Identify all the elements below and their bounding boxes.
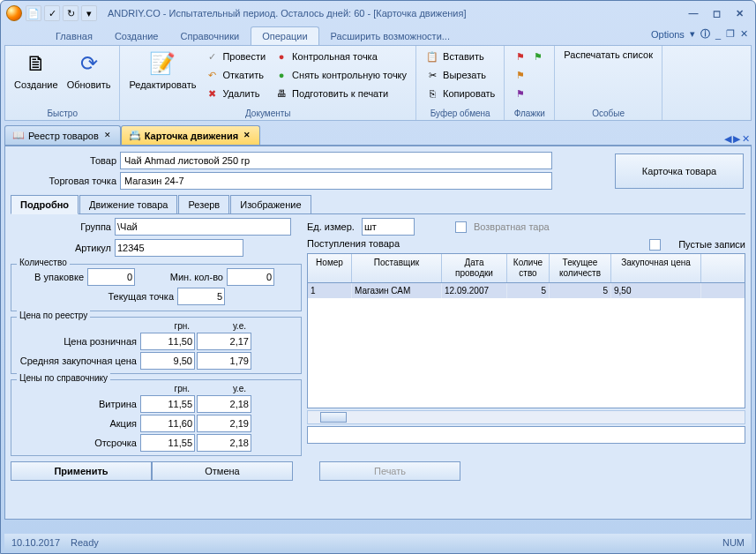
vitrina-label: Витрина [15,399,138,409]
printlist-button[interactable]: Распечатать список [560,48,656,62]
grid-header-date[interactable]: Дата проводки [442,254,507,282]
copy-icon: ⎘ [425,86,439,101]
app-orb-icon[interactable] [6,5,22,21]
akcia-grn-input[interactable] [140,415,195,432]
create-button[interactable]: 🗎Создание [11,48,62,92]
horizontal-scrollbar[interactable] [307,410,745,424]
product-input[interactable] [120,152,552,169]
doctab-registry[interactable]: 📖Реестр товаров✕ [4,125,121,145]
ribbon-tab-create[interactable]: Создание [104,27,169,45]
otsrochka-grn-input[interactable] [140,434,195,452]
ribbon-tab-refs[interactable]: Справочники [170,27,251,45]
flag3-button[interactable]: ⚑ [510,85,549,102]
tab-next-icon[interactable]: ▶ [733,133,740,145]
product-card-button[interactable]: Карточка товара [615,153,744,189]
article-input[interactable] [115,239,243,257]
qat-check-icon[interactable]: ✓ [44,5,60,21]
unctrlpoint-button[interactable]: ●Снять контрольную точку [271,66,410,84]
inpack-label: В упаковке [15,272,84,282]
grid-row[interactable]: 1 Магазин САМ 12.09.2007 5 5 9,50 [308,283,745,298]
minimize-button[interactable]: — [683,6,704,20]
qat-refresh-icon[interactable]: ↻ [63,5,79,21]
main-window: 📄 ✓ ↻ ▾ ANDRIY.CO - Испытательный период… [0,0,756,554]
vitrina-ue-input[interactable] [197,395,251,413]
flag-green-icon: ⚑ [531,49,545,64]
grid-header-qty[interactable]: Количе ство [507,254,550,282]
retail-grn-input[interactable] [140,333,195,350]
qat-new-icon[interactable]: 📄 [26,5,41,21]
store-input[interactable] [120,172,552,190]
unit-label: Ед. измер. [307,221,355,232]
grid-header-supplier[interactable]: Поставщик [352,254,442,282]
min-input[interactable] [227,268,274,286]
inpack-input[interactable] [87,268,135,286]
empty-checkbox[interactable] [649,239,661,251]
store-label: Торговая точка [11,176,116,186]
cur-label: Текущая точка [15,291,174,302]
otsrochka-ue-input[interactable] [197,434,251,452]
flag1-button[interactable]: ⚑⚑ [510,48,549,65]
child-restore-icon[interactable]: ❐ [726,28,735,40]
grid-header-price[interactable]: Закупочная цена [611,254,701,282]
tab-movement[interactable]: Движение товара [79,195,177,213]
akcia-label: Акция [15,418,138,429]
cut-button[interactable]: ✂Вырезать [422,66,498,84]
cur-input[interactable] [177,288,225,305]
qat-dropdown-icon[interactable]: ▾ [81,5,97,21]
empty-label: Пустые записи [678,239,745,250]
return-checkbox[interactable] [455,221,467,233]
avg-grn-input[interactable] [140,352,195,370]
print-prep-icon: 🖶 [274,86,288,101]
titlebar: 📄 ✓ ↻ ▾ ANDRIY.CO - Испытательный период… [1,1,755,26]
close-tab-icon[interactable]: ✕ [102,131,113,141]
paste-button[interactable]: 📋Вставить [422,48,498,65]
product-label: Товар [11,155,116,166]
tab-detail[interactable]: Подробно [11,195,79,214]
close-button[interactable]: ✕ [729,6,750,20]
doctab-card[interactable]: 📇Карточка движения✕ [121,125,260,145]
help-icon[interactable]: ⓘ [700,27,710,41]
post-button[interactable]: ✓Провести [201,48,269,65]
document-icon: 🗎 [22,49,50,78]
group-input[interactable] [115,218,291,236]
maximize-button[interactable]: ◻ [706,6,727,20]
child-close-icon[interactable]: ✕ [740,28,748,40]
tab-close-icon[interactable]: ✕ [742,133,750,145]
grid-header-curqty[interactable]: Текущее количеств [550,254,611,282]
tab-reserve[interactable]: Резерв [178,195,229,213]
edit-button[interactable]: 📝Редактировать [125,48,199,92]
cancel-button[interactable]: Отмена [152,461,293,481]
quantity-fieldset: Количество В упаковкеМин. кол-во Текущая… [11,264,302,311]
card-icon: 📇 [129,130,141,141]
prepprint-button[interactable]: 🖶Подготовить к печати [271,85,410,102]
tab-prev-icon[interactable]: ◀ [724,133,731,145]
scroll-thumb[interactable] [320,412,347,423]
refresh-icon: ⟳ [75,49,103,78]
flag2-button[interactable]: ⚑ [510,66,549,84]
unit-input[interactable] [362,218,415,236]
apply-button[interactable]: Применить [11,461,152,481]
copy-button[interactable]: ⎘Копировать [422,85,498,102]
ribbon-tab-operations[interactable]: Операции [251,26,318,45]
status-num: NUM [722,537,745,548]
refresh-button[interactable]: ⟳Обновить [64,48,115,92]
paste-icon: 📋 [425,49,439,64]
avg-ue-input[interactable] [197,352,251,370]
ribbon-tab-extend[interactable]: Расширить возможности... [320,27,460,45]
grid-footer-input[interactable] [307,426,745,444]
close-tab-icon[interactable]: ✕ [242,131,252,141]
retail-ue-input[interactable] [197,333,251,350]
grid-header-num[interactable]: Номер [308,254,352,282]
child-min-icon[interactable]: _ [715,29,721,40]
ctrlpoint-button[interactable]: ●Контрольная точка [271,48,410,65]
cut-icon: ✂ [425,68,439,82]
akcia-ue-input[interactable] [197,415,251,432]
rollback-button[interactable]: ↶Откатить [201,66,269,84]
ribbon-body: 🗎Создание ⟳Обновить Быстро 📝Редактироват… [4,45,752,121]
print-button[interactable]: Печать [319,461,460,481]
tab-image[interactable]: Изображение [230,195,311,213]
options-link[interactable]: Options [651,29,685,40]
delete-button[interactable]: ✖Удалить [201,85,269,102]
vitrina-grn-input[interactable] [140,395,195,413]
ribbon-tab-main[interactable]: Главная [45,27,103,45]
